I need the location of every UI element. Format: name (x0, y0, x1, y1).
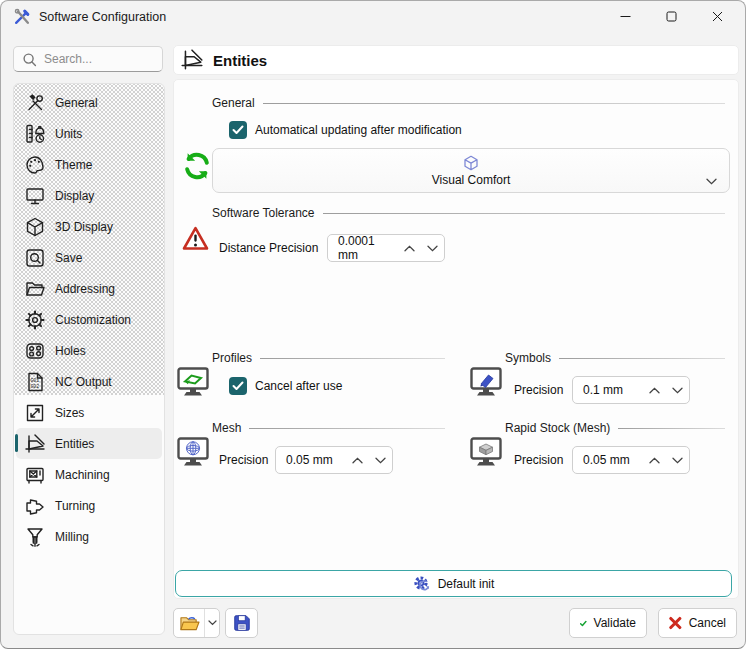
group-title: Software Tolerance (212, 206, 315, 220)
sidebar-item-label: 3D Display (55, 220, 113, 234)
sidebar-item-display[interactable]: Display (14, 180, 164, 211)
sidebar-item-label: General (55, 96, 98, 110)
sidebar-item-label: Turning (55, 499, 95, 513)
spin-down-button[interactable] (369, 447, 392, 473)
rapid-stock-precision-spinner[interactable]: 0.05 mm (572, 446, 690, 474)
sidebar-item-label: Milling (55, 530, 89, 544)
sketch-entities-icon (23, 432, 46, 455)
spin-up-button[interactable] (643, 377, 666, 403)
machining-icon (23, 463, 46, 486)
cancel-after-use-label: Cancel after use (255, 379, 342, 393)
svg-text:G01: G01 (30, 378, 39, 383)
spin-up-button[interactable] (643, 447, 666, 473)
default-init-button[interactable]: Default init (175, 570, 732, 597)
spin-down-button[interactable] (421, 235, 444, 261)
open-config-dropdown[interactable] (205, 609, 219, 637)
sidebar-item-units[interactable]: Units (14, 118, 164, 149)
open-config-split-button[interactable] (173, 608, 220, 638)
symbols-precision-spinner[interactable]: 0.1 mm (572, 376, 690, 404)
sidebar-item-label: NC Output (55, 375, 112, 389)
cube-icon (23, 215, 46, 238)
monitor-symbol-icon (470, 367, 502, 397)
cancel-after-use-checkbox[interactable] (229, 377, 247, 395)
sidebar-item-label: Customization (55, 313, 131, 327)
sidebar-item-label: Sizes (55, 406, 84, 420)
monitor-block-icon (470, 437, 502, 467)
sidebar-item-customization[interactable]: Customization (14, 304, 164, 335)
sidebar-item-entities[interactable]: Entities (16, 428, 162, 459)
save-config-button[interactable] (225, 608, 258, 638)
sidebar-item-holes[interactable]: Holes (14, 335, 164, 366)
refresh-green-icon (182, 150, 212, 182)
chevron-down-icon (706, 178, 717, 185)
monitor-icon (23, 184, 46, 207)
group-symbols: Symbols (505, 351, 725, 365)
open-config-button[interactable] (174, 609, 205, 637)
auto-update-checkbox-row[interactable]: Automatical updating after modification (229, 121, 462, 139)
sidebar-item-3d-display[interactable]: 3D Display (14, 211, 164, 242)
spin-up-button[interactable] (346, 447, 369, 473)
minimize-button[interactable] (602, 1, 648, 32)
group-title: Symbols (505, 351, 551, 365)
sidebar-item-label: Save (55, 251, 82, 265)
cube-outline-icon (463, 155, 479, 171)
holes-plate-icon (23, 339, 46, 362)
group-title: Mesh (212, 421, 241, 435)
sidebar-item-addressing[interactable]: Addressing (14, 273, 164, 304)
resize-arrow-icon (23, 401, 46, 424)
sidebar-item-nc-output[interactable]: G01 G02 NC Output (14, 366, 164, 397)
sidebar-item-label: Display (55, 189, 94, 203)
close-button[interactable] (694, 1, 740, 32)
sidebar-item-label: Units (55, 127, 82, 141)
search-input[interactable] (44, 52, 149, 66)
warning-triangle-icon (182, 226, 209, 251)
group-general: General (212, 96, 725, 110)
sidebar-item-theme[interactable]: Theme (14, 149, 164, 180)
cancel-after-use-checkbox-row[interactable]: Cancel after use (229, 377, 342, 395)
maximize-button[interactable] (648, 1, 694, 32)
spinner-value: 0.1 mm (573, 383, 643, 397)
distance-precision-spinner[interactable]: 0.0001 mm (327, 234, 445, 262)
spinner-value: 0.0001 mm (328, 234, 398, 262)
group-title: Rapid Stock (Mesh) (505, 421, 610, 435)
gear-refresh-icon (413, 575, 431, 593)
sidebar-item-label: Holes (55, 344, 86, 358)
spinner-value: 0.05 mm (573, 453, 643, 467)
x-icon (669, 616, 682, 630)
sidebar-item-label: Theme (55, 158, 92, 172)
gcode-document-icon: G01 G02 (23, 370, 46, 393)
sidebar-item-save[interactable]: Save (14, 242, 164, 273)
palette-icon (23, 153, 46, 176)
cancel-button[interactable]: Cancel (658, 608, 737, 638)
visual-comfort-button[interactable]: Visual Comfort (212, 148, 730, 193)
svg-text:G02: G02 (30, 383, 39, 388)
sidebar-item-label: Addressing (55, 282, 115, 296)
sidebar-item-sizes[interactable]: Sizes (14, 397, 164, 428)
spin-up-button[interactable] (398, 235, 421, 261)
visual-comfort-label: Visual Comfort (432, 173, 510, 187)
ruler-bell-icon (23, 122, 46, 145)
validate-button[interactable]: Validate (569, 608, 647, 638)
validate-label: Validate (594, 616, 636, 630)
page-title: Entities (213, 52, 267, 69)
search-box[interactable] (13, 46, 163, 72)
search-icon (22, 52, 37, 67)
title-bar: Software Configuration (1, 1, 745, 33)
tools-cross-icon (13, 8, 31, 26)
group-software-tolerance: Software Tolerance (212, 206, 725, 220)
sidebar-item-general[interactable]: General (14, 87, 164, 118)
auto-update-checkbox[interactable] (229, 121, 247, 139)
mesh-precision-spinner[interactable]: 0.05 mm (275, 446, 393, 474)
group-title: Profiles (212, 351, 252, 365)
spin-down-button[interactable] (666, 377, 689, 403)
cancel-label: Cancel (689, 616, 726, 630)
group-title: General (212, 96, 255, 110)
sidebar-item-milling[interactable]: Milling (14, 521, 164, 552)
entities-settings-panel: General Automatical updating after modif… (173, 79, 739, 599)
default-init-label: Default init (438, 577, 495, 591)
rapid-stock-precision-label: Precision (514, 446, 563, 474)
sidebar-item-label: Entities (55, 437, 94, 451)
sidebar-item-machining[interactable]: Machining (14, 459, 164, 490)
spin-down-button[interactable] (666, 447, 689, 473)
sidebar-item-turning[interactable]: Turning (14, 490, 164, 521)
